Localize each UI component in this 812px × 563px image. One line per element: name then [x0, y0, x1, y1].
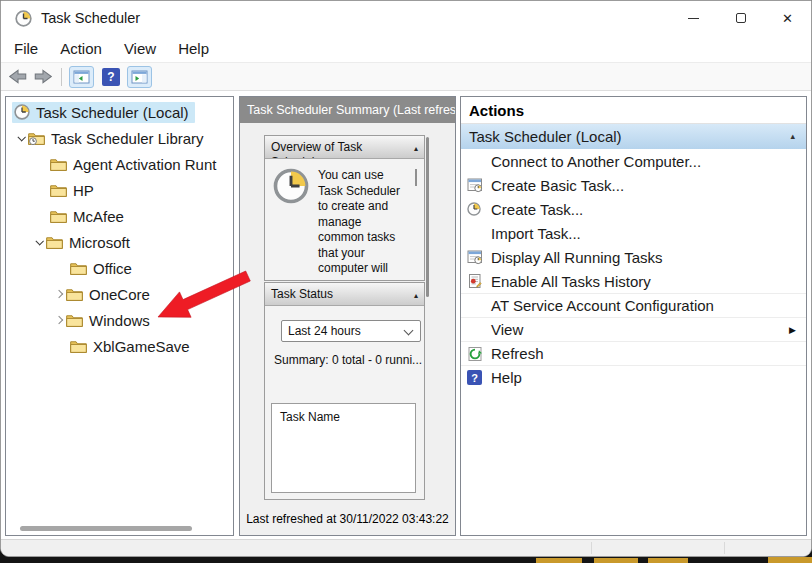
help-toolbar-button[interactable]: ?	[102, 68, 120, 86]
show-action-pane-button[interactable]	[127, 66, 152, 88]
chevron-down-icon[interactable]	[14, 135, 28, 141]
close-icon: ✕	[782, 11, 793, 26]
close-button[interactable]: ✕	[764, 1, 811, 35]
selected-highlight: Task Scheduler (Local)	[12, 102, 195, 123]
folder-clock-icon	[28, 131, 45, 146]
actions-group-task-scheduler-local[interactable]: Task Scheduler (Local) ▴	[461, 124, 806, 149]
vertical-scrollbar[interactable]	[426, 137, 429, 297]
tree-item-label: McAfee	[73, 208, 124, 225]
action-label: Display All Running Tasks	[491, 249, 662, 266]
console-tree-icon	[73, 70, 90, 84]
show-console-tree-button[interactable]	[69, 66, 94, 88]
task-status-box-header[interactable]: Task Status ▴	[265, 283, 424, 306]
collapse-icon[interactable]: ▴	[414, 288, 418, 303]
collapse-icon[interactable]: ▴	[790, 131, 795, 141]
action-display-all-running-tasks[interactable]: Display All Running Tasks	[461, 245, 806, 269]
chevron-down-icon	[404, 326, 414, 336]
tree-item-label: Office	[93, 260, 132, 277]
scope-tree: Task Scheduler (Local) Task Scheduler Li…	[6, 99, 233, 535]
console-content: Task Scheduler (Local) Task Scheduler Li…	[1, 91, 811, 539]
tree-item-label: HP	[73, 182, 94, 199]
task-name-column-header[interactable]: Task Name	[280, 410, 340, 424]
last-refreshed-text: Last refreshed at 30/11/2022 03:43:22	[240, 512, 455, 526]
actions-panel: Actions Task Scheduler (Local) ▴ Connect…	[460, 96, 807, 536]
menu-file[interactable]: File	[3, 37, 49, 60]
tree-item-mcafee[interactable]: McAfee	[6, 203, 233, 229]
tree-item-xblgamesave[interactable]: XblGameSave	[6, 333, 233, 359]
chevron-down-icon[interactable]	[32, 239, 46, 245]
action-connect-to-another-computer[interactable]: Connect to Another Computer...	[461, 149, 806, 173]
status-bar-divider	[724, 542, 725, 554]
folder-icon	[66, 287, 83, 302]
status-bar	[1, 539, 811, 556]
tree-item-agent-activation[interactable]: Agent Activation Runt	[6, 151, 233, 177]
minimize-icon	[688, 18, 699, 19]
overview-scrollbar[interactable]	[415, 169, 417, 186]
action-label: Create Basic Task...	[491, 177, 624, 194]
time-range-dropdown[interactable]: Last 24 hours	[281, 320, 421, 342]
task-scheduler-app-icon	[15, 10, 32, 27]
time-range-value: Last 24 hours	[288, 324, 361, 338]
clock-icon	[14, 104, 30, 120]
horizontal-scrollbar[interactable]	[20, 526, 192, 531]
action-view[interactable]: View ▶	[461, 317, 806, 341]
menu-bar: File Action View Help	[1, 35, 811, 63]
chevron-right-icon[interactable]	[52, 291, 66, 297]
desktop-artifact	[648, 558, 688, 563]
action-label: View	[491, 321, 523, 338]
maximize-button[interactable]	[717, 1, 764, 35]
task-scheduler-window: Task Scheduler ✕ File Action View Help ?	[0, 0, 812, 557]
action-label: Refresh	[491, 345, 544, 362]
summary-panel: Task Scheduler Summary (Last refreshe Ov…	[239, 96, 456, 536]
action-at-service-account-configuration[interactable]: AT Service Account Configuration	[461, 293, 806, 317]
tree-item-microsoft[interactable]: Microsoft	[6, 229, 233, 255]
help-icon: ?	[467, 370, 482, 385]
tree-item-label: Task Scheduler Library	[51, 130, 204, 147]
tree-item-label: OneCore	[89, 286, 150, 303]
overview-box-header[interactable]: Overview of Task Scheduler ▴	[265, 136, 424, 159]
tree-item-label: XblGameSave	[93, 338, 190, 355]
title-bar: Task Scheduler ✕	[1, 1, 811, 35]
tree-item-windows[interactable]: Windows	[6, 307, 233, 333]
action-label: Connect to Another Computer...	[491, 153, 701, 170]
desktop-artifact	[536, 558, 582, 563]
tree-item-task-scheduler-local[interactable]: Task Scheduler (Local)	[6, 99, 233, 125]
minimize-button[interactable]	[670, 1, 717, 35]
action-enable-all-tasks-history[interactable]: Enable All Tasks History	[461, 269, 806, 293]
forward-icon[interactable]	[34, 69, 53, 84]
folder-icon	[66, 313, 83, 328]
action-label: Import Task...	[491, 225, 581, 242]
tree-item-task-scheduler-library[interactable]: Task Scheduler Library	[6, 125, 233, 151]
menu-view[interactable]: View	[113, 37, 167, 60]
history-doc-icon	[467, 273, 483, 289]
desktop-behind-window	[0, 557, 812, 563]
menu-help[interactable]: Help	[167, 37, 220, 60]
tree-item-onecore[interactable]: OneCore	[6, 281, 233, 307]
task-status-box: Task Status ▴ Last 24 hours Summary: 0 t…	[264, 282, 425, 500]
toolbar-separator	[61, 68, 62, 86]
action-help[interactable]: ? Help	[461, 365, 806, 389]
refresh-icon	[467, 346, 483, 362]
back-icon[interactable]	[8, 69, 27, 84]
collapse-icon[interactable]: ▴	[414, 141, 418, 156]
folder-icon	[50, 209, 67, 224]
chevron-right-icon[interactable]	[52, 317, 66, 323]
tree-item-office[interactable]: Office	[6, 255, 233, 281]
action-pane-icon	[131, 70, 148, 84]
tree-item-label: Microsoft	[69, 234, 130, 251]
tree-item-hp[interactable]: HP	[6, 177, 233, 203]
task-scheduler-clock-icon	[273, 168, 309, 204]
toolbar: ?	[1, 63, 811, 91]
folder-icon	[70, 339, 87, 354]
action-create-task[interactable]: Create Task...	[461, 197, 806, 221]
actions-group-title: Task Scheduler (Local)	[469, 128, 622, 145]
task-name-table: Task Name	[271, 403, 416, 493]
folder-icon	[46, 235, 63, 250]
action-import-task[interactable]: Import Task...	[461, 221, 806, 245]
window-clock-icon	[467, 177, 483, 193]
menu-action[interactable]: Action	[49, 37, 113, 60]
overview-title: Overview of Task Scheduler	[271, 140, 389, 159]
overview-body: You can use Task Scheduler to create and…	[265, 159, 424, 277]
action-refresh[interactable]: Refresh	[461, 341, 806, 365]
action-create-basic-task[interactable]: Create Basic Task...	[461, 173, 806, 197]
